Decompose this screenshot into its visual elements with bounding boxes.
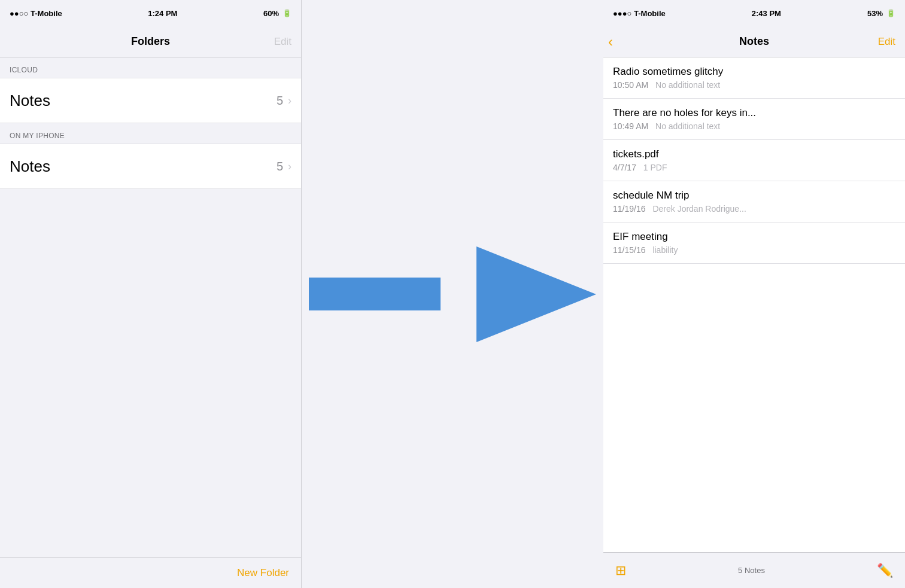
note-date-4: 11/15/16	[613, 245, 646, 255]
carrier-left: ●●○○ T-Mobile	[10, 9, 62, 18]
battery-left: 60%	[263, 9, 279, 18]
note-item-4[interactable]: EIF meeting 11/15/16 liability	[603, 223, 905, 264]
note-item-0[interactable]: Radio sometimes glitchy 10:50 AM No addi…	[603, 57, 905, 99]
note-title-2: tickets.pdf	[613, 148, 895, 160]
time-right: 2:43 PM	[752, 9, 781, 18]
arrow-shaft	[309, 278, 441, 310]
battery-icon-right: 🔋	[886, 9, 895, 17]
note-meta-2: 4/7/17 1 PDF	[613, 163, 895, 172]
arrow-head	[476, 246, 596, 342]
arrow-section	[302, 0, 603, 588]
icloud-notes-row[interactable]: Notes 5 ›	[0, 78, 301, 123]
note-preview-2: 1 PDF	[643, 163, 667, 172]
note-date-3: 11/19/16	[613, 204, 646, 214]
on-my-iphone-header: ON MY IPHONE	[0, 123, 301, 144]
notes-bottom-bar: ⊞ 5 Notes ✏️	[603, 552, 905, 588]
folders-title: Folders	[131, 35, 170, 48]
icloud-notes-label: Notes	[10, 92, 50, 110]
note-preview-0: No additional text	[655, 80, 720, 90]
notes-count: 5 Notes	[738, 566, 765, 575]
note-title-4: EIF meeting	[613, 231, 895, 243]
note-preview-3: Derek Jordan Rodrigue...	[652, 204, 746, 214]
note-title-1: There are no holes for keys in...	[613, 107, 895, 119]
back-button[interactable]: ‹	[608, 33, 613, 50]
note-meta-1: 10:49 AM No additional text	[613, 121, 895, 131]
note-title-3: schedule NM trip	[613, 190, 895, 202]
status-bar-right: ●●●○ T-Mobile 2:43 PM 53% 🔋	[603, 0, 905, 26]
battery-group-left: 60% 🔋	[263, 9, 291, 18]
iphone-notes-label: Notes	[10, 157, 50, 176]
folders-nav-bar: Folders Edit	[0, 26, 301, 57]
note-date-0: 10:50 AM	[613, 80, 648, 90]
gallery-icon[interactable]: ⊞	[615, 563, 626, 578]
note-preview-4: liability	[652, 245, 678, 255]
note-item-2[interactable]: tickets.pdf 4/7/17 1 PDF	[603, 140, 905, 181]
notes-edit-button[interactable]: Edit	[878, 36, 895, 48]
note-preview-1: No additional text	[655, 121, 720, 131]
carrier-right: ●●●○ T-Mobile	[613, 9, 666, 18]
note-date-1: 10:49 AM	[613, 121, 648, 131]
notes-nav-bar: ‹ Notes Edit	[603, 26, 905, 57]
note-meta-4: 11/15/16 liability	[613, 245, 895, 255]
compose-icon[interactable]: ✏️	[877, 563, 893, 578]
notes-title: Notes	[739, 35, 769, 48]
battery-right: 53%	[867, 9, 883, 18]
iphone-notes-count-group: 5 ›	[277, 160, 291, 173]
left-bottom-bar: New Folder	[0, 557, 301, 588]
folders-edit-button[interactable]: Edit	[274, 36, 291, 48]
note-meta-3: 11/19/16 Derek Jordan Rodrigue...	[613, 204, 895, 214]
battery-icon-left: 🔋	[283, 9, 291, 17]
note-title-0: Radio sometimes glitchy	[613, 66, 895, 78]
right-panel: ●●●○ T-Mobile 2:43 PM 53% 🔋 ‹ Notes Edit…	[603, 0, 905, 588]
note-meta-0: 10:50 AM No additional text	[613, 80, 895, 90]
iphone-notes-count: 5	[277, 160, 283, 173]
time-left: 1:24 PM	[148, 9, 177, 18]
icloud-header: ICLOUD	[0, 57, 301, 78]
iphone-notes-row[interactable]: Notes 5 ›	[0, 144, 301, 189]
note-item-1[interactable]: There are no holes for keys in... 10:49 …	[603, 99, 905, 140]
icloud-notes-count: 5	[277, 94, 283, 108]
notes-list: Radio sometimes glitchy 10:50 AM No addi…	[603, 57, 905, 552]
icloud-notes-count-group: 5 ›	[277, 94, 291, 108]
icloud-notes-chevron: ›	[288, 95, 291, 107]
iphone-notes-chevron: ›	[288, 160, 291, 173]
battery-group-right: 53% 🔋	[867, 9, 895, 18]
status-bar-left: ●●○○ T-Mobile 1:24 PM 60% 🔋	[0, 0, 301, 26]
new-folder-button[interactable]: New Folder	[237, 567, 289, 579]
note-date-2: 4/7/17	[613, 163, 636, 172]
note-item-3[interactable]: schedule NM trip 11/19/16 Derek Jordan R…	[603, 181, 905, 223]
left-panel: ●●○○ T-Mobile 1:24 PM 60% 🔋 Folders Edit…	[0, 0, 302, 588]
